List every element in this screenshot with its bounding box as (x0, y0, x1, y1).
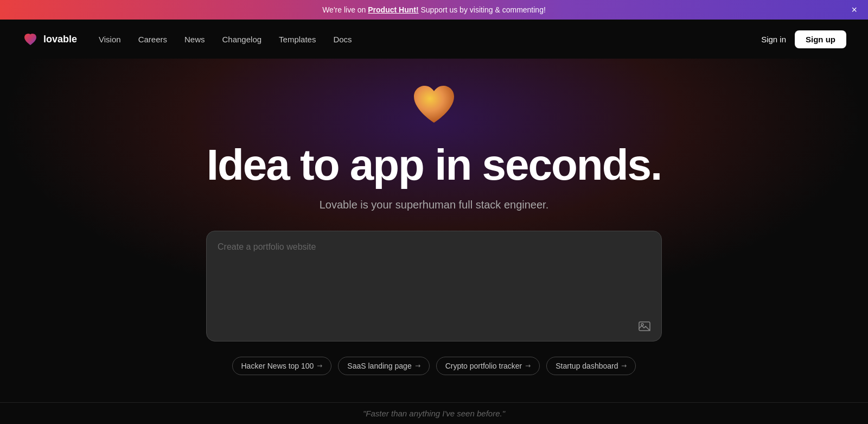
nav-link-docs[interactable]: Docs (333, 35, 352, 44)
logo-link[interactable]: lovable (22, 30, 77, 48)
navbar: lovable Vision Careers News Changelog Te… (0, 20, 868, 59)
image-upload-icon (639, 320, 650, 332)
prompt-input[interactable] (218, 242, 650, 318)
logo-icon (22, 30, 39, 48)
chip-saas-label: SaaS landing page (347, 362, 411, 370)
chip-hackernews-label: Hacker News top 100 (241, 362, 314, 370)
nav-link-templates[interactable]: Templates (279, 35, 316, 44)
banner-text: We're live on Product Hunt! Support us b… (322, 5, 546, 14)
chip-crypto[interactable]: Crypto portfolio tracker ↗ (436, 357, 540, 375)
prompt-container (206, 231, 662, 341)
sign-in-button[interactable]: Sign in (761, 35, 786, 44)
banner-text-before: We're live on (322, 5, 368, 14)
hero-content: Idea to app in seconds. Lovable is your … (206, 80, 662, 375)
chip-crypto-label: Crypto portfolio tracker (445, 362, 522, 370)
logo-text: lovable (43, 34, 77, 45)
chip-startup-arrow-icon: ↗ (620, 362, 629, 371)
chip-saas-arrow-icon: ↗ (413, 362, 422, 371)
nav-link-changelog[interactable]: Changelog (222, 35, 262, 44)
chip-startup[interactable]: Startup dashboard ↗ (546, 357, 636, 375)
nav-link-news[interactable]: News (184, 35, 205, 44)
sign-up-button[interactable]: Sign up (795, 30, 846, 48)
chip-crypto-arrow-icon: ↗ (524, 362, 533, 371)
chip-hackernews-arrow-icon: ↗ (315, 362, 324, 371)
hero-heart-icon (410, 80, 458, 131)
banner-close-button[interactable]: × (851, 5, 857, 15)
product-hunt-link[interactable]: Product Hunt! (368, 5, 418, 14)
quote-text: "Faster than anything I've seen before." (363, 409, 505, 418)
announcement-banner: We're live on Product Hunt! Support us b… (0, 0, 868, 20)
hero-section: Idea to app in seconds. Lovable is your … (0, 59, 868, 375)
quote-strip: "Faster than anything I've seen before." (0, 402, 868, 424)
chip-saas[interactable]: SaaS landing page ↗ (338, 357, 429, 375)
suggestion-chips: Hacker News top 100 ↗ SaaS landing page … (232, 357, 636, 375)
nav-link-vision[interactable]: Vision (99, 35, 121, 44)
hero-subtitle: Lovable is your superhuman full stack en… (320, 199, 548, 211)
image-upload-button[interactable] (639, 320, 650, 332)
prompt-actions (218, 320, 650, 332)
hero-title: Idea to app in seconds. (207, 142, 662, 188)
chip-startup-label: Startup dashboard (556, 362, 618, 370)
nav-actions: Sign in Sign up (761, 30, 846, 48)
nav-links: Vision Careers News Changelog Templates … (99, 35, 761, 44)
chip-hackernews[interactable]: Hacker News top 100 ↗ (232, 357, 332, 375)
nav-link-careers[interactable]: Careers (138, 35, 167, 44)
banner-text-after: Support us by visiting & commenting! (419, 5, 546, 14)
